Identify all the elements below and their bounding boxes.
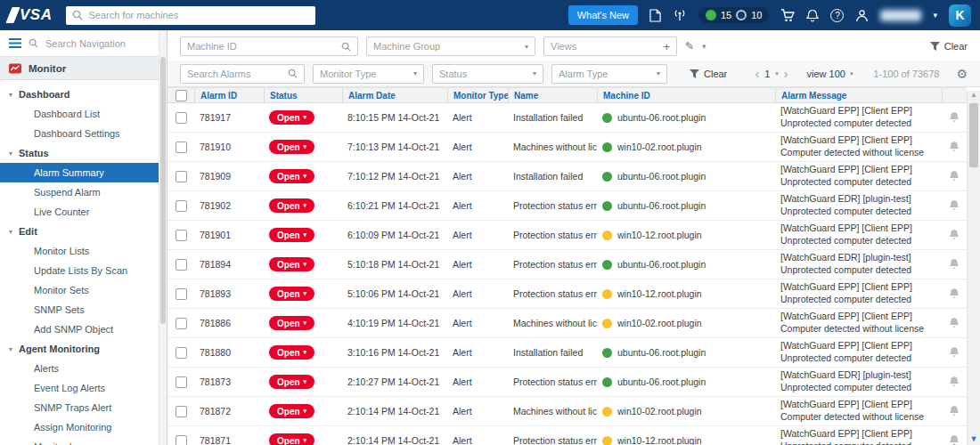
user-icon[interactable]: [855, 9, 869, 22]
sidebar-item-alarm-summary[interactable]: Alarm Summary: [0, 163, 159, 182]
clear-alarm-filters-button[interactable]: Clear: [690, 69, 727, 79]
row-checkbox[interactable]: [176, 318, 187, 329]
status-open-button[interactable]: Open ▾: [269, 257, 314, 271]
status-open-button[interactable]: Open ▾: [269, 316, 314, 330]
sidebar-item-assign-monitoring[interactable]: Assign Monitoring: [0, 417, 159, 437]
alarm-bell-icon[interactable]: [949, 376, 960, 389]
sidebar-item-snmp-sets[interactable]: SNMP Sets: [0, 300, 159, 320]
page-number[interactable]: 1: [764, 69, 770, 79]
row-checkbox[interactable]: [176, 200, 187, 212]
edit-view-button[interactable]: ✎: [685, 40, 694, 53]
monitor-type-select[interactable]: Monitor Type ▾: [313, 64, 424, 84]
sidebar-item-snmp-traps-alert[interactable]: SNMP Traps Alert: [0, 398, 159, 417]
alarm-bell-icon[interactable]: [949, 287, 960, 301]
help-icon[interactable]: ?: [830, 9, 844, 22]
sidebar-section-dashboard[interactable]: ▾ Dashboard: [0, 85, 159, 104]
sidebar-scrollbar-thumb[interactable]: [160, 57, 166, 324]
status-open-button[interactable]: Open ▾: [269, 198, 314, 213]
alarm-bell-icon[interactable]: [949, 346, 960, 360]
row-checkbox[interactable]: [176, 230, 187, 241]
col-name[interactable]: Name: [508, 88, 597, 102]
prev-page-button[interactable]: ‹: [755, 68, 760, 80]
sidebar-item-monitor-log[interactable]: Monitor Log: [0, 437, 159, 445]
scroll-up-icon[interactable]: ▲: [968, 92, 980, 99]
search-navigation-label[interactable]: Search Navigation: [45, 38, 126, 49]
alarm-bell-icon[interactable]: [949, 317, 960, 330]
whats-new-button[interactable]: What's New: [568, 5, 638, 25]
status-open-button[interactable]: Open ▾: [269, 433, 314, 445]
sidebar-item-add-snmp-object[interactable]: Add SNMP Object: [0, 320, 159, 339]
next-page-button[interactable]: ›: [784, 68, 788, 80]
status-open-button[interactable]: Open ▾: [269, 345, 314, 360]
alarm-bell-icon[interactable]: [949, 141, 960, 154]
notifications-bell-icon[interactable]: [806, 9, 819, 22]
search-alarms-filter[interactable]: [180, 64, 305, 84]
alarm-bell-icon[interactable]: [949, 229, 960, 242]
machine-search-input[interactable]: [88, 10, 309, 20]
document-icon[interactable]: [649, 9, 661, 22]
col-alarm-message[interactable]: Alarm Message: [775, 88, 942, 102]
status-open-button[interactable]: Open ▾: [269, 140, 314, 154]
sidebar-item-live-counter[interactable]: Live Counter: [0, 202, 159, 222]
row-checkbox[interactable]: [176, 142, 187, 153]
kaseya-launcher-button[interactable]: K: [949, 4, 971, 27]
status-open-button[interactable]: Open ▾: [269, 110, 314, 125]
status-open-button[interactable]: Open ▾: [269, 228, 314, 242]
sidebar-item-dashboard-list[interactable]: Dashboard List: [0, 104, 159, 124]
alarm-type-select[interactable]: Alarm Type ▾: [551, 64, 667, 84]
page-caret-icon[interactable]: ▾: [775, 70, 779, 77]
row-checkbox[interactable]: [176, 112, 187, 124]
add-view-button[interactable]: +: [663, 41, 670, 53]
agent-status-counts[interactable]: 15 10: [698, 7, 770, 23]
status-open-button[interactable]: Open ▾: [269, 287, 314, 301]
row-checkbox[interactable]: [176, 288, 187, 300]
status-open-button[interactable]: Open ▾: [269, 375, 314, 389]
row-checkbox[interactable]: [176, 435, 187, 445]
menu-icon[interactable]: [9, 38, 21, 48]
sidebar-section-agent-monitoring[interactable]: ▾ Agent Monitoring: [0, 339, 159, 359]
sidebar-item-dashboard-settings[interactable]: Dashboard Settings: [0, 124, 159, 143]
clear-machine-filters-button[interactable]: Clear: [930, 41, 968, 52]
views-select[interactable]: Views +: [543, 36, 677, 56]
search-alarms-input[interactable]: [187, 69, 282, 79]
alarm-bell-icon[interactable]: [949, 258, 960, 271]
table-scrollbar-thumb[interactable]: [969, 103, 978, 167]
row-checkbox[interactable]: [176, 406, 187, 417]
status-open-button[interactable]: Open ▾: [269, 169, 314, 183]
col-alarm-date[interactable]: Alarm Date: [342, 88, 447, 102]
views-dropdown-icon[interactable]: ▾: [702, 42, 706, 51]
col-machine-id[interactable]: Machine ID: [597, 88, 775, 102]
gear-icon[interactable]: ⚙: [956, 68, 968, 80]
sidebar-section-edit[interactable]: ▾ Edit: [0, 222, 159, 241]
machine-id-filter[interactable]: [180, 36, 358, 56]
row-checkbox[interactable]: [176, 171, 187, 182]
vsa-logo[interactable]: VSA: [9, 6, 52, 24]
machine-search-box[interactable]: [66, 6, 315, 25]
module-monitor[interactable]: Monitor: [0, 57, 159, 80]
sidebar-item-alerts[interactable]: Alerts: [0, 359, 159, 378]
select-all-checkbox[interactable]: [176, 90, 187, 101]
table-scrollbar[interactable]: ▲ ▼: [967, 91, 980, 445]
row-checkbox[interactable]: [176, 376, 187, 388]
machine-id-input[interactable]: [187, 41, 336, 52]
nav-search-bar[interactable]: Search Navigation: [0, 30, 159, 57]
user-menu-caret-icon[interactable]: ▾: [933, 11, 937, 20]
alarm-bell-icon[interactable]: [949, 199, 960, 213]
status-select[interactable]: Status ▾: [432, 64, 543, 84]
alarm-bell-icon[interactable]: [949, 405, 960, 418]
view-count-select[interactable]: view 100 ▾: [806, 69, 853, 79]
sidebar-item-suspend-alarm[interactable]: Suspend Alarm: [0, 182, 159, 202]
machine-group-select[interactable]: Machine Group ▾: [366, 36, 535, 56]
sidebar-scrollbar[interactable]: [159, 30, 167, 445]
cart-icon[interactable]: [780, 9, 795, 22]
sidebar-item-event-log-alerts[interactable]: Event Log Alerts: [0, 378, 159, 398]
sidebar-item-monitor-lists[interactable]: Monitor Lists: [0, 241, 159, 261]
sidebar-section-status[interactable]: ▾ Status: [0, 143, 159, 163]
sidebar-item-monitor-sets[interactable]: Monitor Sets: [0, 280, 159, 300]
alarm-bell-icon[interactable]: [949, 434, 960, 445]
alarm-bell-icon[interactable]: [949, 111, 960, 125]
alarm-bell-icon[interactable]: [949, 170, 960, 183]
row-checkbox[interactable]: [176, 259, 187, 271]
col-monitor-type[interactable]: Monitor Type: [447, 88, 508, 102]
scroll-down-icon[interactable]: ▼: [968, 435, 980, 443]
